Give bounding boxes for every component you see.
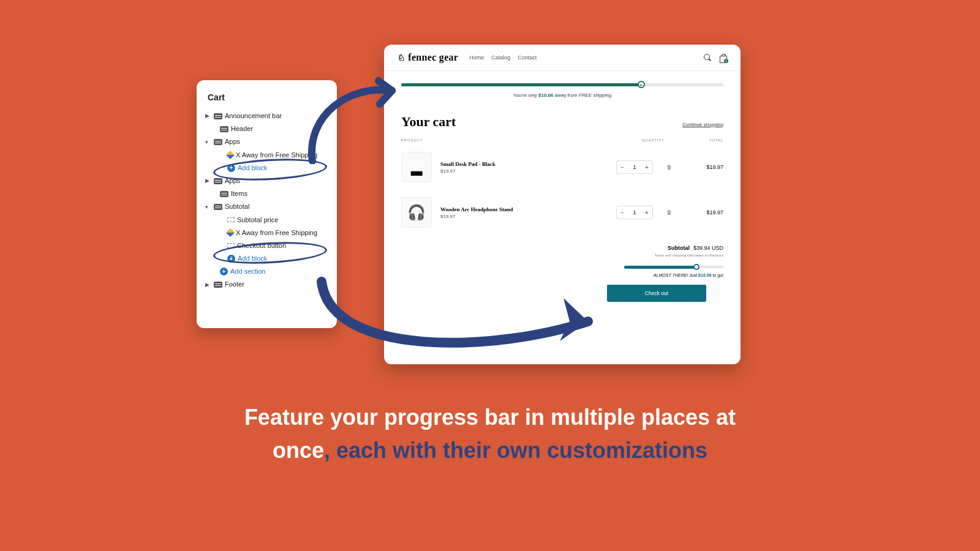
cart-icon[interactable]: 2 bbox=[720, 54, 727, 62]
line-total: $19.97 bbox=[680, 209, 723, 216]
section-icon bbox=[214, 178, 222, 184]
app-block-icon bbox=[226, 228, 235, 237]
app-block-icon bbox=[226, 151, 235, 159]
section-icon bbox=[214, 113, 222, 119]
progress-track: ➤ bbox=[401, 83, 723, 86]
qty-value: 1 bbox=[628, 209, 641, 216]
continue-shopping-link[interactable]: Continue shopping bbox=[682, 122, 723, 127]
add-block-2[interactable]: +Add block bbox=[197, 252, 337, 265]
add-section[interactable]: +Add section bbox=[197, 265, 337, 278]
product-image: 🎧 bbox=[401, 197, 432, 228]
section-icon bbox=[220, 126, 228, 132]
nav-contact[interactable]: Contact bbox=[518, 54, 537, 61]
block-subtotal-price[interactable]: Subtotal price bbox=[197, 214, 337, 227]
progress-thumb-icon: ➤ bbox=[638, 81, 645, 88]
quantity-stepper: − 1 + bbox=[616, 160, 653, 174]
block-icon bbox=[227, 243, 235, 248]
subtotal-row: Subtotal$39.94 USD bbox=[401, 245, 723, 251]
qty-minus[interactable]: − bbox=[617, 161, 628, 173]
section-icon bbox=[214, 282, 222, 288]
section-items[interactable]: Items bbox=[197, 187, 337, 200]
plus-icon: + bbox=[220, 268, 228, 276]
block-checkout-button[interactable]: Checkout button bbox=[197, 239, 337, 252]
section-icon bbox=[220, 191, 228, 197]
plus-icon: + bbox=[227, 164, 235, 172]
product-image: ▂ bbox=[401, 152, 432, 182]
progress-fill bbox=[401, 83, 641, 86]
qty-minus[interactable]: − bbox=[617, 206, 628, 219]
top-nav: Home Catalog Contact bbox=[469, 54, 537, 61]
quantity-stepper: − 1 + bbox=[616, 206, 653, 219]
product-title: Wooden Arc Headphone Stand bbox=[440, 206, 608, 212]
section-apps-2[interactable]: ▶Apps bbox=[197, 174, 337, 187]
qty-value: 1 bbox=[628, 164, 641, 170]
section-icon bbox=[214, 204, 222, 210]
storefront-cart-preview: ♘fennec gear Home Catalog Contact 2 ➤ Yo… bbox=[384, 45, 741, 364]
checkout-button[interactable]: Check out bbox=[607, 285, 706, 302]
theme-editor-sidebar: Cart ▶Announcement bar Header ▾Apps X Aw… bbox=[197, 80, 337, 328]
progress-message-top: You're only $10.06 away from FREE shippi… bbox=[401, 92, 723, 98]
section-subtotal[interactable]: ▾Subtotal bbox=[197, 200, 337, 213]
nav-home[interactable]: Home bbox=[469, 54, 484, 61]
cart-columns-header: PRODUCT QUANTITY TOTAL bbox=[384, 135, 741, 144]
sidebar-title: Cart bbox=[197, 92, 337, 110]
progress-thumb-icon bbox=[693, 264, 699, 270]
product-title: Small Desk Pad - Black bbox=[440, 161, 608, 167]
remove-item-icon[interactable]: 🗑 bbox=[666, 164, 672, 170]
brand-logo[interactable]: ♘fennec gear bbox=[398, 52, 458, 63]
tax-note: Taxes and shipping calculated at checkou… bbox=[401, 253, 723, 257]
block-icon bbox=[227, 217, 235, 222]
cart-title: Your cart bbox=[401, 114, 456, 130]
plus-icon: + bbox=[227, 255, 235, 263]
marketing-headline: Feature your progress bar in multiple pl… bbox=[0, 401, 980, 467]
qty-plus[interactable]: + bbox=[641, 206, 652, 219]
section-header[interactable]: Header bbox=[197, 122, 337, 135]
cart-item: ▂ Small Desk Pad - Black $19.97 − 1 + 🗑 … bbox=[384, 144, 741, 190]
qty-plus[interactable]: + bbox=[641, 161, 652, 173]
progress-message-bottom: ALMOST THERE! Just $10.06 to go! bbox=[624, 273, 723, 277]
section-apps-1[interactable]: ▾Apps bbox=[197, 135, 337, 148]
section-icon bbox=[214, 139, 222, 145]
line-total: $19.97 bbox=[680, 164, 723, 170]
block-x-away-2[interactable]: X Away from Free Shipping bbox=[197, 227, 337, 239]
product-unit-price: $19.97 bbox=[440, 168, 608, 174]
store-header: ♘fennec gear Home Catalog Contact 2 bbox=[384, 45, 741, 71]
cart-item: 🎧 Wooden Arc Headphone Stand $19.97 − 1 … bbox=[384, 190, 741, 235]
block-x-away-1[interactable]: X Away from Free Shipping bbox=[197, 149, 337, 162]
nav-catalog[interactable]: Catalog bbox=[491, 54, 510, 61]
search-icon[interactable] bbox=[704, 54, 711, 61]
free-shipping-progress-top: ➤ You're only $10.06 away from FREE ship… bbox=[384, 71, 741, 103]
free-shipping-progress-bottom: ALMOST THERE! Just $10.06 to go! bbox=[624, 266, 723, 277]
product-unit-price: $19.97 bbox=[440, 214, 608, 219]
section-footer[interactable]: ▶Footer bbox=[197, 278, 337, 291]
cart-badge: 2 bbox=[724, 59, 728, 63]
brand-mark-icon: ♘ bbox=[398, 53, 405, 62]
add-block-1[interactable]: +Add block bbox=[197, 162, 337, 174]
section-announcement-bar[interactable]: ▶Announcement bar bbox=[197, 110, 337, 122]
remove-item-icon[interactable]: 🗑 bbox=[666, 209, 672, 216]
